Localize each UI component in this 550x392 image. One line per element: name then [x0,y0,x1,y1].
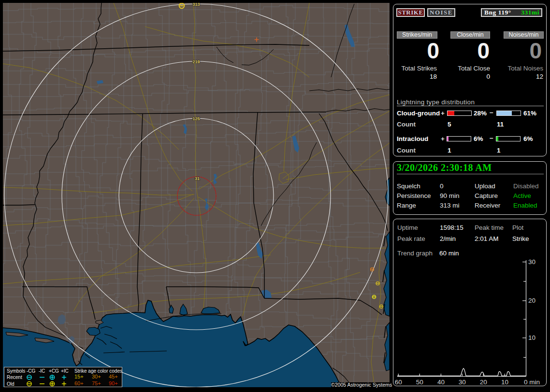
svg-text:20: 20 [528,297,536,304]
svg-text:31: 31 [195,176,200,181]
svg-text:10: 10 [528,334,536,341]
svg-text:313: 313 [192,3,200,7]
svg-text:10: 10 [501,378,508,386]
svg-text:40: 40 [437,378,445,386]
svg-text:20: 20 [480,378,487,386]
svg-text:60: 60 [395,378,402,386]
svg-text:0 min: 0 min [524,378,540,386]
svg-text:219: 219 [192,59,200,64]
svg-text:125: 125 [192,116,200,121]
svg-text:50: 50 [416,378,423,386]
svg-text:30: 30 [528,258,536,266]
svg-text:30: 30 [459,378,466,386]
